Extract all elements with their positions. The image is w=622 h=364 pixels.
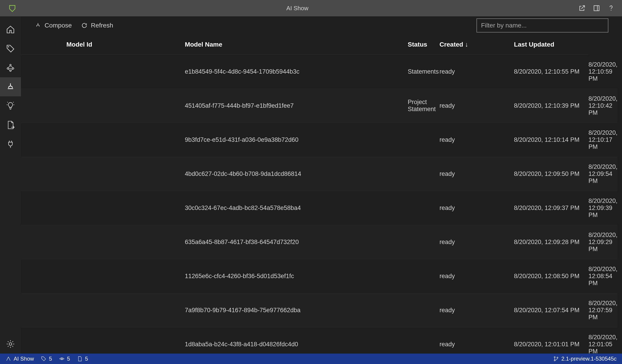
share-icon[interactable] bbox=[578, 4, 586, 12]
header-last-updated[interactable]: Last Updated bbox=[514, 35, 589, 55]
help-icon[interactable] bbox=[607, 4, 615, 12]
cell-updated: 8/20/2020, 12:09:29 PM bbox=[588, 225, 618, 259]
cell-model-id: 7a9f8b70-9b79-4167-894b-75e977662dba bbox=[185, 293, 408, 327]
status-project-name: AI Show bbox=[14, 356, 34, 362]
table-header-row: Model Id Model Name Status Created↓ Last… bbox=[21, 35, 618, 55]
table-row[interactable]: 1d8aba5a-b24c-43f8-a418-d04826fdc4d0read… bbox=[21, 327, 618, 354]
status-views[interactable]: 5 bbox=[59, 356, 70, 362]
cell-model-id: 11265e6c-cfc4-4260-bf36-5d01d53ef1fc bbox=[185, 259, 408, 293]
content-area: Compose Refresh Model Id Model Name Stat… bbox=[21, 16, 622, 354]
row-select-cell[interactable] bbox=[21, 327, 185, 354]
cell-model-name bbox=[408, 123, 440, 157]
svg-rect-0 bbox=[594, 6, 599, 11]
status-project[interactable]: AI Show bbox=[5, 356, 34, 362]
models-table-scroll[interactable]: Model Id Model Name Status Created↓ Last… bbox=[21, 35, 618, 354]
row-select-cell[interactable] bbox=[21, 225, 185, 259]
nav-settings[interactable] bbox=[0, 334, 21, 354]
cell-status: ready bbox=[439, 327, 514, 354]
cell-updated: 8/20/2020, 12:09:39 PM bbox=[588, 191, 618, 225]
cell-model-id: 1d8aba5a-b24c-43f8-a418-d04826fdc4d0 bbox=[185, 327, 408, 354]
cell-updated: 8/20/2020, 12:09:54 PM bbox=[588, 157, 618, 191]
table-row[interactable]: 7a9f8b70-9b79-4167-894b-75e977662dbaread… bbox=[21, 293, 618, 327]
svg-point-2 bbox=[611, 10, 611, 10]
panel-icon[interactable] bbox=[593, 4, 600, 12]
row-select-cell[interactable] bbox=[21, 157, 185, 191]
app-title: AI Show bbox=[16, 5, 578, 12]
status-eye-count: 5 bbox=[67, 356, 70, 362]
table-row[interactable]: e1b84549-5f4c-4d8c-9454-1709b5944b3cStat… bbox=[21, 55, 618, 89]
row-select-cell[interactable] bbox=[21, 259, 185, 293]
table-row[interactable]: 451405af-f775-444b-bf97-e1bf9ed1fee7Proj… bbox=[21, 89, 618, 123]
table-row[interactable]: 635a6a45-8b87-4617-bf38-64547d732f20read… bbox=[21, 225, 618, 259]
merge-icon bbox=[35, 22, 41, 29]
cell-model-name: Project Statement bbox=[408, 89, 440, 123]
cell-model-name bbox=[408, 225, 440, 259]
nav-compose[interactable] bbox=[0, 77, 21, 96]
cell-model-id: 451405af-f775-444b-bf97-e1bf9ed1fee7 bbox=[185, 89, 408, 123]
row-select-cell[interactable] bbox=[21, 89, 185, 123]
svg-point-10 bbox=[554, 357, 555, 358]
cell-created: 8/20/2020, 12:01:01 PM bbox=[514, 327, 589, 354]
branch-icon bbox=[553, 356, 559, 362]
table-row[interactable]: 11265e6c-cfc4-4260-bf36-5d01d53ef1fcread… bbox=[21, 259, 618, 293]
cell-created: 8/20/2020, 12:07:54 PM bbox=[514, 293, 589, 327]
status-version[interactable]: 2.1-preview.1-530545c bbox=[553, 356, 617, 362]
nav-home[interactable] bbox=[0, 20, 21, 39]
table-row[interactable]: 30c0c324-67ec-4adb-bc82-54a578e58ba4read… bbox=[21, 191, 618, 225]
status-doc-count: 5 bbox=[85, 356, 88, 362]
nav-network[interactable] bbox=[0, 58, 21, 77]
cell-status: ready bbox=[439, 55, 514, 89]
models-table: Model Id Model Name Status Created↓ Last… bbox=[21, 35, 618, 354]
cell-model-name bbox=[408, 157, 440, 191]
doc-icon bbox=[77, 356, 83, 362]
header-model-name[interactable]: Model Name bbox=[185, 35, 408, 55]
cell-status: ready bbox=[439, 123, 514, 157]
title-bar: AI Show bbox=[0, 0, 622, 16]
status-version-text: 2.1-preview.1-530545c bbox=[561, 356, 617, 362]
cell-created: 8/20/2020, 12:09:50 PM bbox=[514, 157, 589, 191]
compose-button[interactable]: Compose bbox=[35, 22, 72, 29]
svg-point-8 bbox=[9, 343, 12, 345]
nav-tags[interactable] bbox=[0, 39, 21, 58]
svg-point-5 bbox=[7, 68, 9, 69]
cell-updated: 8/20/2020, 12:10:42 PM bbox=[588, 89, 618, 123]
compose-label: Compose bbox=[45, 22, 72, 29]
app-logo-icon bbox=[8, 4, 16, 12]
header-status[interactable]: Status bbox=[408, 35, 440, 55]
filter-input[interactable] bbox=[477, 18, 608, 33]
svg-point-9 bbox=[61, 358, 62, 360]
cell-model-name bbox=[408, 191, 440, 225]
cell-created: 8/20/2020, 12:09:37 PM bbox=[514, 191, 589, 225]
cell-created: 8/20/2020, 12:10:39 PM bbox=[514, 89, 589, 123]
svg-point-6 bbox=[12, 68, 14, 69]
header-model-id[interactable]: Model Id bbox=[21, 35, 185, 55]
nav-connect[interactable] bbox=[0, 134, 21, 154]
row-select-cell[interactable] bbox=[21, 293, 185, 327]
row-select-cell[interactable] bbox=[21, 55, 185, 89]
header-created[interactable]: Created↓ bbox=[439, 35, 514, 55]
status-docs[interactable]: 5 bbox=[77, 356, 88, 362]
tag-icon bbox=[41, 356, 47, 362]
cell-model-id: 4bd0c627-02dc-4b60-b708-9da1dcd86814 bbox=[185, 157, 408, 191]
status-tags[interactable]: 5 bbox=[41, 356, 52, 362]
row-select-cell[interactable] bbox=[21, 123, 185, 157]
row-select-cell[interactable] bbox=[21, 191, 185, 225]
nav-document[interactable] bbox=[0, 115, 21, 134]
cell-updated: 8/20/2020, 12:08:54 PM bbox=[588, 259, 618, 293]
toolbar: Compose Refresh bbox=[21, 16, 622, 35]
cell-model-name bbox=[408, 293, 440, 327]
cell-created: 8/20/2020, 12:10:55 PM bbox=[514, 55, 589, 89]
status-bar: AI Show 5 5 5 2.1-preview.1-530545c bbox=[0, 354, 622, 364]
table-row[interactable]: 9b3fd7ce-e51d-431f-a036-0e9a38b72d60read… bbox=[21, 123, 618, 157]
cell-model-id: e1b84549-5f4c-4d8c-9454-1709b5944b3c bbox=[185, 55, 408, 89]
refresh-button[interactable]: Refresh bbox=[81, 22, 113, 29]
nav-lightbulb[interactable] bbox=[0, 96, 21, 115]
svg-point-4 bbox=[10, 64, 11, 66]
refresh-label: Refresh bbox=[91, 22, 113, 29]
status-tags-count: 5 bbox=[49, 356, 52, 362]
table-row[interactable]: 4bd0c627-02dc-4b60-b708-9da1dcd86814read… bbox=[21, 157, 618, 191]
cell-status: ready bbox=[439, 191, 514, 225]
project-icon bbox=[5, 356, 11, 362]
cell-model-name bbox=[408, 327, 440, 354]
cell-created: 8/20/2020, 12:08:50 PM bbox=[514, 259, 589, 293]
